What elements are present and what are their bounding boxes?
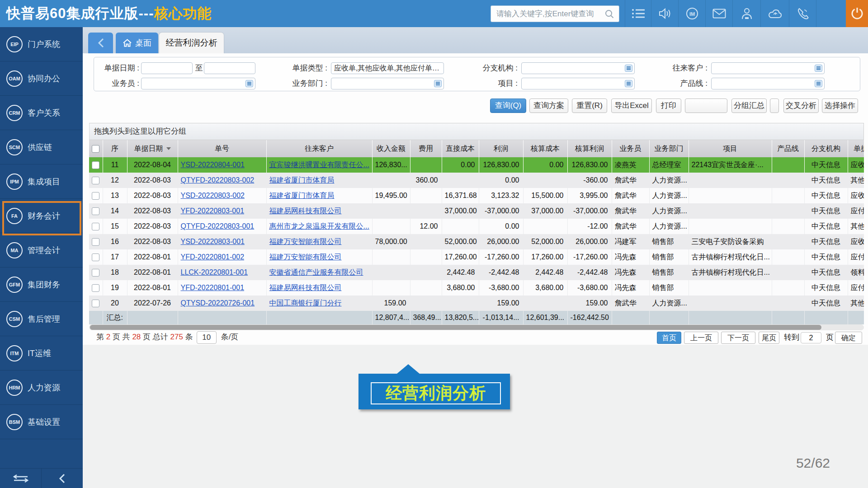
doc_no-link[interactable]: YFD-20220803-001 <box>181 207 245 215</box>
sidebar-collapse-button[interactable] <box>41 469 82 488</box>
mail-button[interactable] <box>705 0 732 27</box>
sidebar-item-csm[interactable]: CSM售后管理 <box>0 302 83 336</box>
filter-input-salesman[interactable] <box>141 78 255 89</box>
column-header-product_line[interactable]: 产品线 <box>772 140 804 157</box>
menu-list-button[interactable] <box>625 0 651 27</box>
doc_no-link[interactable]: LLCK-20220801-001 <box>181 268 248 276</box>
column-header-dept[interactable]: 业务部门 <box>649 140 689 157</box>
customer-link[interactable]: 福建万安智能有限公司 <box>269 238 342 245</box>
doc_no-link[interactable]: YSD-20220803-002 <box>181 192 245 199</box>
filter-input-branch[interactable] <box>521 62 635 74</box>
customer-link[interactable]: 中国工商银行厦门分行 <box>269 299 342 307</box>
row-checkbox[interactable] <box>92 300 99 307</box>
doc_no-link[interactable]: YSD-20220804-001 <box>181 161 245 169</box>
sort-caret-icon[interactable] <box>166 147 171 150</box>
column-header-doc_type[interactable]: 单据类型 <box>848 140 864 157</box>
table-row[interactable]: 182022-08-01LLCK-20220801-001安徽省通信产业服务有限… <box>89 265 864 280</box>
next-page-button[interactable]: 下一页 <box>721 332 755 344</box>
person-button[interactable] <box>732 0 760 27</box>
row-checkbox[interactable] <box>92 284 99 292</box>
sidebar-item-oam[interactable]: OAM协同办公 <box>0 61 83 96</box>
doc_no-link[interactable]: QTYSD-20220726-001 <box>181 299 255 307</box>
cloud-button[interactable] <box>760 0 789 27</box>
column-header-salesman[interactable]: 业务员 <box>612 140 649 157</box>
first-page-button[interactable]: 首页 <box>657 332 681 344</box>
query-button[interactable]: 查询(Q) <box>490 99 526 113</box>
filter-input-doc-type[interactable]: 应收单,其他应收单,其他应付单… <box>331 62 444 74</box>
back-button[interactable] <box>88 33 113 53</box>
table-row[interactable]: 152022-08-03QTYFD-20220803-001惠州市龙之泉温泉开发… <box>89 219 864 234</box>
column-header-account_cost[interactable]: 核算成本 <box>523 140 567 157</box>
last-page-button[interactable]: 尾页 <box>759 332 779 344</box>
customer-link[interactable]: 福建易网科技有限公司 <box>269 207 342 215</box>
column-header-profit[interactable]: 利润 <box>479 140 523 157</box>
doc_no-link[interactable]: YSD-20220803-001 <box>181 238 245 245</box>
column-header-branch[interactable]: 分支机构 <box>804 140 848 157</box>
column-header-date[interactable]: 单据日期 <box>127 140 178 157</box>
select-operation-button[interactable]: 选择操作 <box>822 99 858 113</box>
filter-input-dept[interactable] <box>331 78 444 89</box>
filter-input-date-to[interactable] <box>204 62 255 74</box>
sidebar-item-ipm[interactable]: IPM集成项目 <box>0 164 83 199</box>
customer-link[interactable]: 福建万安智能有限公司 <box>269 253 342 261</box>
row-checkbox[interactable] <box>92 223 99 230</box>
row-checkbox[interactable] <box>92 192 99 200</box>
sidebar-item-fa[interactable]: FA财务会计 <box>0 199 83 233</box>
column-header-seq[interactable]: 序 <box>103 140 127 157</box>
sidebar-item-scm[interactable]: SCM供应链 <box>0 130 83 164</box>
table-row[interactable]: 142022-08-03YFD-20220803-001福建易网科技有限公司37… <box>89 203 864 219</box>
group-by-bar[interactable]: 拖拽列头到这里以用它分组 <box>89 123 864 140</box>
doc_no-link[interactable]: QTYFD-20220803-001 <box>181 222 255 230</box>
sidebar-item-eip[interactable]: EIP门户系统 <box>0 27 83 61</box>
print-button[interactable]: 打印 <box>656 99 681 113</box>
row-checkbox[interactable] <box>92 269 99 277</box>
reset-button[interactable]: 重置(R) <box>572 99 607 113</box>
row-checkbox[interactable] <box>92 253 99 261</box>
sidebar-item-ma[interactable]: MA管理会计 <box>0 233 83 267</box>
customer-link[interactable]: 福建易网科技有限公司 <box>269 284 342 291</box>
group-summary-button[interactable]: 分组汇总 <box>731 99 767 113</box>
query-plan-button[interactable]: 查询方案 <box>529 99 568 113</box>
table-row[interactable]: 202022-07-26QTYSD-20220726-001中国工商银行厦门分行… <box>89 296 864 311</box>
column-header-customer[interactable]: 往来客户 <box>266 140 372 157</box>
page-size-input[interactable]: 10 <box>197 331 217 344</box>
scrollbar-thumb[interactable] <box>90 325 821 330</box>
customer-link[interactable]: 福建省厦门市体育局 <box>269 192 335 199</box>
horizontal-scrollbar[interactable] <box>89 324 864 330</box>
table-row[interactable]: 132022-08-03YSD-20220803-002福建省厦门市体育局19,… <box>89 188 864 203</box>
customer-link[interactable]: 福建省厦门市体育局 <box>269 176 335 184</box>
filter-input-project[interactable] <box>521 78 635 89</box>
column-header-account_profit[interactable]: 核算利润 <box>567 140 612 157</box>
goto-confirm-button[interactable]: 确定 <box>835 332 862 344</box>
column-header-doc_no[interactable]: 单号 <box>178 140 266 157</box>
doc_no-link[interactable]: YFD-20220801-002 <box>181 253 245 261</box>
prev-page-button[interactable]: 上一页 <box>684 332 718 344</box>
sidebar-item-crm[interactable]: CRM客户关系 <box>0 96 83 130</box>
export-excel-button[interactable]: 导出Excel <box>611 99 652 113</box>
column-header-income[interactable]: 收入金额 <box>372 140 410 157</box>
column-header-expense[interactable]: 费用 <box>410 140 442 157</box>
speaker-button[interactable] <box>651 0 678 27</box>
sidebar-swap-button[interactable] <box>0 469 41 488</box>
doc_no-link[interactable]: YFD-20220801-001 <box>181 284 245 291</box>
filter-input-customer[interactable] <box>711 62 825 74</box>
global-search-input[interactable]: 请输入关键字,按Enter键查询 <box>491 5 619 22</box>
im-button[interactable]: IM <box>678 0 705 27</box>
column-header-direct_cost[interactable]: 直接成本 <box>442 140 479 157</box>
row-checkbox[interactable] <box>92 177 99 184</box>
table-row[interactable]: 162022-08-03YSD-20220803-001福建万安智能有限公司78… <box>89 234 864 249</box>
cross-analysis-button[interactable]: 交叉分析 <box>783 99 819 113</box>
select-all-header[interactable] <box>89 140 103 157</box>
table-row[interactable]: 192022-08-01YFD-20220801-001福建易网科技有限公司3,… <box>89 280 864 296</box>
doc_no-link[interactable]: QTYFD-20220803-002 <box>181 176 255 184</box>
filter-input-date-from[interactable] <box>141 62 193 74</box>
tab-desktop[interactable]: 桌面 <box>116 33 158 53</box>
column-header-project[interactable]: 项目 <box>689 140 772 157</box>
customer-link[interactable]: 惠州市龙之泉温泉开发有限公... <box>269 222 369 230</box>
row-checkbox[interactable] <box>92 161 99 169</box>
customer-link[interactable]: 安徽省通信产业服务有限公司 <box>269 268 363 276</box>
sidebar-item-gfm[interactable]: GFM集团财务 <box>0 267 83 302</box>
sidebar-item-bsm[interactable]: BSM基础设置 <box>0 405 83 439</box>
select-all-checkbox[interactable] <box>92 145 99 153</box>
sidebar-item-itm[interactable]: ITMIT运维 <box>0 336 83 371</box>
